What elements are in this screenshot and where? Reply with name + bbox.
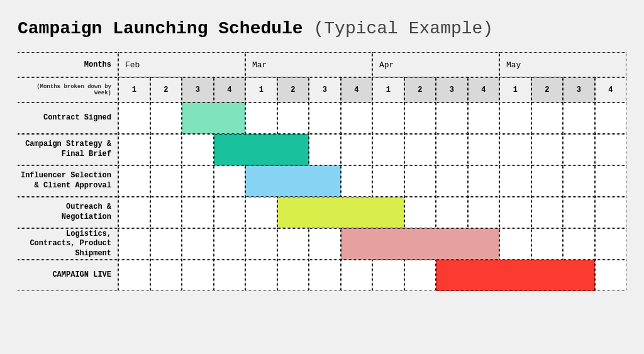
gantt-cell	[595, 165, 627, 197]
week-header-cell: 1	[372, 77, 404, 102]
gantt-cell	[341, 260, 373, 291]
week-header-cell: 1	[118, 77, 150, 102]
gantt-cell	[531, 134, 564, 165]
week-header-cell: 2	[404, 77, 436, 102]
months-header-label: Months	[18, 52, 118, 77]
gantt-cell	[563, 165, 595, 197]
week-header-cell: 3	[182, 77, 214, 102]
gantt-cell	[468, 102, 500, 134]
gantt-cell	[499, 134, 531, 165]
task-label: Campaign Strategy & Final Brief	[18, 134, 118, 165]
gantt-cell	[404, 165, 436, 197]
task-label: CAMPAIGN LIVE	[18, 260, 118, 291]
gantt-cell	[118, 102, 150, 134]
gantt-chart: MonthsFebMarAprMay(Months broken down by…	[18, 52, 626, 291]
gantt-cell	[436, 102, 468, 134]
week-header-cell: 2	[150, 77, 182, 102]
week-header-cell: 2	[531, 77, 564, 102]
gantt-cell	[563, 197, 595, 228]
gantt-bar	[277, 197, 404, 228]
month-header-cell: May	[499, 52, 626, 77]
gantt-cell	[531, 197, 564, 228]
gantt-cell	[563, 102, 595, 134]
gantt-cell	[150, 102, 182, 134]
gantt-cell	[150, 165, 182, 197]
gantt-cell	[245, 102, 277, 134]
gantt-bar	[245, 165, 341, 197]
gantt-cell	[118, 260, 150, 291]
gantt-cell	[595, 228, 627, 260]
gantt-cell	[372, 165, 404, 197]
week-header-cell: 1	[245, 77, 277, 102]
gantt-bar	[436, 260, 595, 291]
gantt-cell	[468, 197, 500, 228]
gantt-cell	[182, 228, 214, 260]
gantt-cell	[245, 228, 277, 260]
gantt-cell	[404, 102, 436, 134]
task-label: Influencer Selection & Client Approval	[18, 165, 118, 197]
gantt-cell	[214, 260, 246, 291]
week-header-cell: 2	[277, 77, 309, 102]
gantt-cell	[118, 134, 150, 165]
task-label: Logistics, Contracts, Product Shipment	[18, 228, 118, 260]
week-header-cell: 4	[595, 77, 627, 102]
gantt-cell	[245, 197, 277, 228]
gantt-cell	[277, 102, 309, 134]
gantt-cell	[150, 197, 182, 228]
gantt-cell	[436, 165, 468, 197]
gantt-cell	[341, 134, 373, 165]
gantt-cell	[499, 197, 531, 228]
gantt-cell	[118, 197, 150, 228]
gantt-bar	[214, 134, 309, 165]
week-header-cell: 4	[468, 77, 500, 102]
gantt-cell	[595, 134, 627, 165]
gantt-cell	[436, 134, 468, 165]
gantt-cell	[309, 134, 341, 165]
week-header-cell: 3	[436, 77, 468, 102]
page-title: Campaign Launching Schedule (Typical Exa…	[0, 0, 644, 52]
task-label: Outreach & Negotiation	[18, 197, 118, 228]
gantt-cell	[531, 228, 564, 260]
gantt-cell	[595, 197, 627, 228]
month-header-cell: Apr	[372, 52, 499, 77]
gantt-bar	[182, 102, 245, 134]
gantt-cell	[214, 228, 246, 260]
week-header-cell: 4	[341, 77, 373, 102]
month-header-cell: Mar	[245, 52, 372, 77]
gantt-cell	[499, 102, 531, 134]
gantt-cell	[182, 197, 214, 228]
gantt-cell	[309, 228, 341, 260]
gantt-cell	[309, 260, 341, 291]
gantt-cell	[341, 102, 373, 134]
gantt-cell	[595, 260, 627, 291]
gantt-cell	[563, 228, 595, 260]
title-main: Campaign Launching Schedule	[18, 19, 303, 38]
gantt-cell	[245, 260, 277, 291]
gantt-cell	[372, 260, 404, 291]
gantt-cell	[182, 165, 214, 197]
week-header-cell: 3	[309, 77, 341, 102]
gantt-cell	[531, 165, 564, 197]
gantt-cell	[214, 197, 246, 228]
gantt-cell	[150, 260, 182, 291]
week-header-cell: 3	[563, 77, 595, 102]
gantt-cell	[277, 228, 309, 260]
gantt-cell	[531, 102, 564, 134]
gantt-cell	[404, 134, 436, 165]
gantt-bar	[341, 228, 500, 260]
task-label: Contract Signed	[18, 102, 118, 134]
gantt-cell	[182, 134, 214, 165]
gantt-cell	[150, 134, 182, 165]
week-header-cell: 1	[499, 77, 531, 102]
gantt-cell	[150, 228, 182, 260]
title-subtitle: (Typical Example)	[314, 19, 494, 38]
gantt-cell	[182, 260, 214, 291]
gantt-cell	[214, 165, 246, 197]
gantt-cell	[341, 165, 373, 197]
weeks-header-label: (Months broken down by Week)	[18, 77, 118, 102]
gantt-cell	[372, 102, 404, 134]
gantt-cell	[309, 102, 341, 134]
week-header-cell: 4	[214, 77, 246, 102]
gantt-cell	[436, 197, 468, 228]
gantt-cell	[468, 165, 500, 197]
